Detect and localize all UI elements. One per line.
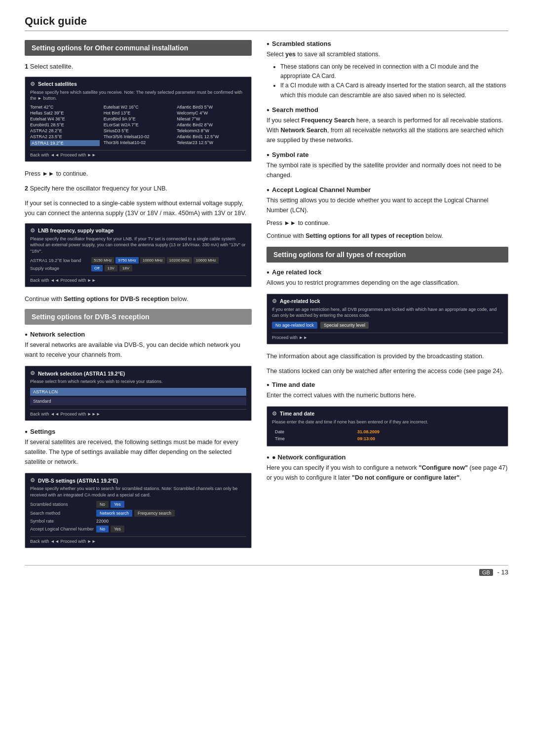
network-selection-title: Network selection [25, 331, 252, 338]
screen-network-selection: ⚙ Network selection (ASTRA1 19.2°E) Plea… [25, 366, 252, 421]
scrambled-bullets: These stations can only be received in c… [275, 62, 508, 100]
satellite-grid: Tornet 42°CEutelsat W2 16°CAtlantic Bird… [30, 105, 246, 146]
page-number-bar: GB - 13 [25, 565, 508, 576]
scrambled-bullet-2: If a CI module with a CA Card is already… [280, 81, 508, 100]
section3-header: Setting options for all types of recepti… [266, 247, 508, 263]
time-date-text: Enter the correct values with the numeri… [266, 390, 508, 400]
special-security-btn[interactable]: Special security level [320, 322, 369, 329]
gear-icon-3: ⚙ [30, 370, 35, 377]
press-continue-1: Press ►► to continue. [25, 169, 252, 179]
scrambled-intro: Select yes to save all scrambled station… [266, 49, 508, 59]
search-method-section: Search method If you select Frequency Se… [266, 106, 508, 145]
scrambled-section: Scrambled stations Select yes to save al… [266, 40, 508, 100]
gear-icon: ⚙ [30, 81, 35, 87]
network-item-standard: Standard [30, 397, 246, 405]
network-selection-section: Network selection If several networks ar… [25, 331, 252, 360]
time-row: Time 09:13:00 [272, 435, 503, 442]
section1-header: Setting options for Other communal insta… [25, 40, 252, 56]
accept-lcn-row: Accept Logical Channel Number No Yes [30, 526, 246, 532]
settings-section: Settings If several satellites are recei… [25, 428, 252, 467]
scrambled-title: Scrambled stations [266, 40, 508, 47]
search-method-text: If you select Frequency Search here, a s… [266, 115, 508, 145]
no-age-lock-btn[interactable]: No age-related lock [272, 322, 317, 329]
time-date-section: Time and date Enter the correct values w… [266, 381, 508, 400]
date-row: Date 31.08.2009 [272, 428, 503, 435]
single-cable-text: If your set is connected to a single-cab… [25, 198, 252, 218]
symbol-rate-text: The symbol rate is specified by the sate… [266, 160, 508, 180]
network-config-title: ● Network configuration [266, 454, 508, 461]
accept-lcn-section: Accept Logical Channel Number This setti… [266, 186, 508, 241]
search-method-title: Search method [266, 106, 508, 113]
age-lock-buttons: No age-related lock Special security lev… [272, 322, 503, 329]
supply-voltage-row: Supply voltage Off 13V 18V [30, 265, 246, 271]
network-item-astra: ASTRA LCN [30, 388, 246, 396]
page-title: Quick guide [25, 15, 508, 31]
time-date-title: Time and date [266, 381, 508, 388]
age-lock-text: Allows you to restrict programmes depend… [266, 278, 508, 288]
accept-lcn-text: This setting allows you to decide whethe… [266, 195, 508, 215]
screen-lnb-frequency: ⚙ LNB frequency, supply voltage Please s… [25, 223, 252, 288]
settings-text: If several satellites are received, the … [25, 437, 252, 467]
scrambled-stations-row: Scrambled stations No Yes [30, 501, 246, 508]
continue-all-text: Continue with Setting options for all ty… [266, 231, 508, 241]
network-config-text: Here you can specify if you wish to conf… [266, 463, 508, 483]
gb-badge: GB [479, 569, 493, 576]
symbol-rate-title: Symbol rate [266, 151, 508, 158]
age-lock-section: Age related lock Allows you to restrict … [266, 268, 508, 288]
settings-title: Settings [25, 428, 252, 435]
age-info-text-2: The stations locked can only be watched … [266, 366, 508, 376]
network-selection-text: If several networks are available via DV… [25, 340, 252, 360]
press-continue-2: Press ►► to continue. [266, 218, 508, 228]
right-column: Scrambled stations Select yes to save al… [266, 40, 508, 555]
screen-age-lock: ⚙ Age-related lock If you enter an age r… [266, 294, 508, 344]
symbol-rate-section: Symbol rate The symbol rate is specified… [266, 151, 508, 180]
step2: 2 Specify here the oscillator frequency … [25, 184, 252, 193]
screen-dvbs-settings: ⚙ DVB-S settings (ASTRA1 19.2°E) Please … [25, 473, 252, 548]
network-config-section: ● Network configuration Here you can spe… [266, 454, 508, 483]
gear-icon-6: ⚙ [272, 411, 277, 417]
gear-icon-4: ⚙ [30, 477, 35, 484]
gear-icon-2: ⚙ [30, 227, 35, 234]
continue-dvbs-text: Continue with Setting options for DVB-S … [25, 294, 252, 304]
gear-icon-5: ⚙ [272, 298, 277, 304]
screen-select-satellites: ⚙ Select satellites Please specify here … [25, 76, 252, 162]
freq-buttons: 5150 MHz 9750 MHz 10000 MHz 10200 MHz 10… [91, 257, 219, 264]
step1: 1 Select satellite. [25, 62, 252, 72]
screen-time-date: ⚙ Time and date Please enter the date an… [266, 406, 508, 447]
symbol-rate-row: Symbol rate 22000 [30, 519, 246, 524]
search-method-row: Search method Network search Frequency s… [30, 510, 246, 517]
age-lock-title: Age related lock [266, 268, 508, 276]
lnb-freq-row: ASTRA1 19.2°E low band 5150 MHz 9750 MHz… [30, 257, 246, 264]
scrambled-bullet-1: These stations can only be received in c… [280, 62, 508, 81]
time-date-table: Date 31.08.2009 Time 09:13:00 [272, 428, 503, 442]
left-column: Setting options for Other communal insta… [25, 40, 252, 555]
section2-header: Setting options for DVB-S reception [25, 309, 252, 325]
age-info-text-1: The information about age classification… [266, 351, 508, 361]
accept-lcn-title: Accept Logical Channel Number [266, 186, 508, 193]
